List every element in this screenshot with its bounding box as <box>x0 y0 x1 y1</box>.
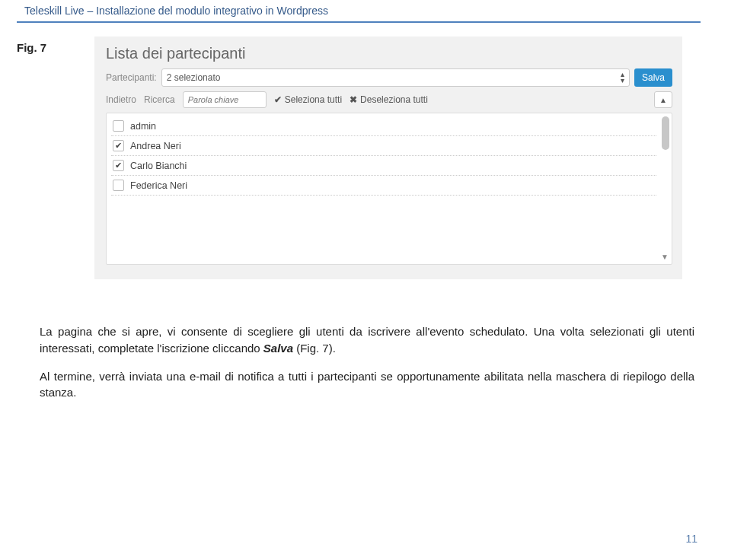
deselect-all-label: Deseleziona tutti <box>360 94 428 105</box>
document-header: Teleskill Live – Installazione del modul… <box>17 0 701 20</box>
text-span: (Fig. 7). <box>293 342 336 355</box>
checkbox[interactable] <box>113 180 124 191</box>
body-paragraphs: La pagina che si apre, vi consente di sc… <box>17 323 701 401</box>
save-button[interactable]: Salva <box>634 68 672 87</box>
paragraph-2: Al termine, verrà inviata una e-mail di … <box>40 368 694 402</box>
chevron-up-icon: ▲ <box>659 96 667 104</box>
header-divider <box>17 21 701 23</box>
participants-label: Partecipanti: <box>106 72 157 83</box>
check-icon: ✔ <box>115 141 122 151</box>
updown-icon: ▴▾ <box>621 72 624 84</box>
participants-select[interactable]: 2 selezionato ▴▾ <box>161 68 630 87</box>
chevron-up-button[interactable]: ▲ <box>654 91 672 108</box>
search-input[interactable] <box>183 91 267 108</box>
checkbox[interactable]: ✔ <box>113 160 124 171</box>
toolbar-row: Indietro Ricerca ✔ Seleziona tutti ✖ Des… <box>106 91 672 108</box>
user-list: admin ✔ Andrea Neri ✔ Carlo Bianchi Fede… <box>106 113 672 265</box>
participants-selected-text: 2 selezionato <box>167 72 221 83</box>
list-item[interactable]: admin <box>111 116 656 136</box>
user-name: admin <box>130 121 156 132</box>
salva-emphasis: Salva <box>263 342 293 355</box>
chevron-down-icon[interactable]: ▼ <box>661 253 669 261</box>
search-label: Ricerca <box>144 94 175 105</box>
check-icon: ✔ <box>115 161 122 170</box>
list-item[interactable]: Federica Neri <box>111 176 656 196</box>
deselect-all-button[interactable]: ✖ Deseleziona tutti <box>350 94 428 105</box>
figure-label: Fig. 7 <box>17 37 55 54</box>
checkbox[interactable]: ✔ <box>113 140 124 151</box>
user-name: Carlo Bianchi <box>130 161 187 171</box>
select-all-label: Seleziona tutti <box>285 94 342 105</box>
list-item[interactable]: ✔ Andrea Neri <box>111 136 656 156</box>
x-icon: ✖ <box>350 94 357 105</box>
paragraph-1: La pagina che si apre, vi consente di sc… <box>40 323 694 357</box>
check-icon: ✔ <box>274 94 282 105</box>
user-name: Federica Neri <box>130 180 187 191</box>
page-number: 11 <box>685 533 697 545</box>
text-span: La pagina che si apre, vi consente di sc… <box>40 325 694 355</box>
checkbox[interactable] <box>113 120 124 132</box>
user-name: Andrea Neri <box>130 141 181 151</box>
participants-row: Partecipanti: 2 selezionato ▴▾ Salva <box>106 68 672 87</box>
panel-title: Lista dei partecipanti <box>106 45 672 62</box>
list-item[interactable]: ✔ Carlo Bianchi <box>111 156 656 176</box>
scrollbar-thumb[interactable] <box>662 116 669 150</box>
screenshot-panel: Lista dei partecipanti Partecipanti: 2 s… <box>94 37 682 279</box>
back-link[interactable]: Indietro <box>106 94 136 105</box>
select-all-button[interactable]: ✔ Seleziona tutti <box>274 94 342 105</box>
